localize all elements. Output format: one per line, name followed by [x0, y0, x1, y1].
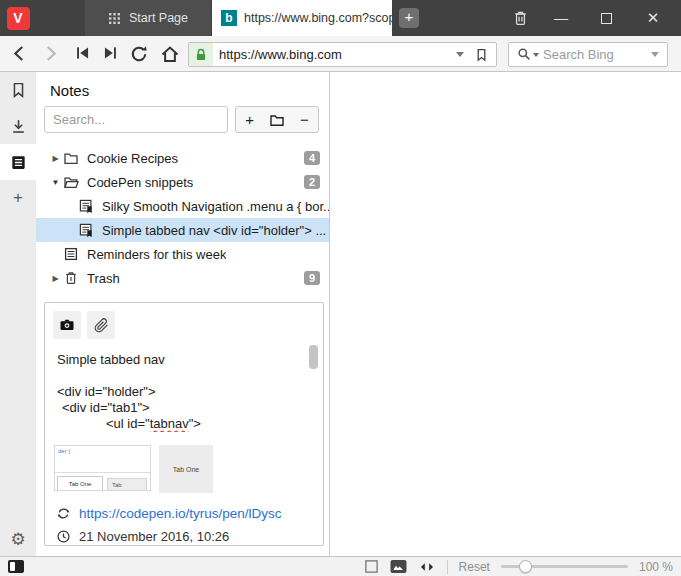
image-icon: [390, 559, 407, 574]
search-icon: [517, 47, 539, 62]
url-input[interactable]: [213, 47, 456, 62]
scrollbar-thumb[interactable]: [309, 345, 318, 369]
add-folder-button[interactable]: [265, 108, 289, 132]
chevron-down-icon[interactable]: [456, 52, 464, 57]
close-icon: ✕: [647, 9, 660, 27]
panel-switcher: + ⚙: [0, 72, 36, 556]
attachment-thumbnail[interactable]: Tab One: [159, 445, 213, 493]
camera-icon: [59, 317, 75, 333]
browser-window: V Start Page b https://www.bing.com?scop…: [0, 0, 681, 576]
zoom-slider-thumb[interactable]: [519, 560, 532, 573]
notes-panel: Notes + − ▶ Cookie Recipes 4: [36, 72, 330, 556]
attachment-thumbnails: der { Tab One Tab Tab One: [54, 445, 315, 493]
rewind-button[interactable]: [74, 44, 93, 63]
address-bar[interactable]: [188, 42, 497, 67]
search-field[interactable]: [508, 42, 668, 67]
tiling-arrows-icon: [418, 560, 436, 574]
chevron-down-icon[interactable]: [651, 52, 659, 57]
note-code-line: <div id="holder">: [57, 384, 315, 400]
disclosure-triangle-icon[interactable]: ▶: [48, 154, 63, 163]
note-date: 21 November 2016, 10:26: [79, 529, 229, 544]
bookmark-page-icon[interactable]: [474, 47, 489, 63]
attachment-thumbnail[interactable]: der { Tab One Tab: [54, 445, 151, 491]
delete-note-button[interactable]: −: [292, 108, 316, 132]
tab-start-page[interactable]: Start Page: [85, 0, 211, 36]
capture-square-icon: [364, 559, 379, 574]
zoom-reset-button[interactable]: Reset: [459, 560, 490, 574]
content-area: + ⚙ Notes + − ▶ Cookie Recipes: [0, 72, 681, 556]
count-badge: 2: [304, 175, 320, 189]
vivaldi-menu-button[interactable]: V: [0, 0, 36, 36]
zoom-slider[interactable]: [501, 565, 628, 568]
page-tiling-button[interactable]: [418, 560, 436, 574]
note-title-line: Simple tabbed nav: [57, 352, 315, 368]
notes-tree: ▶ Cookie Recipes 4 ▼ CodePen snippets 2: [36, 146, 329, 290]
bing-favicon: b: [221, 10, 237, 26]
notes-search-input[interactable]: [44, 106, 228, 133]
bookmark-icon: [10, 81, 27, 99]
fast-forward-button[interactable]: [101, 44, 120, 63]
downloads-panel-button[interactable]: [0, 108, 36, 144]
forward-button[interactable]: [41, 44, 60, 63]
capture-page-button[interactable]: [364, 559, 379, 574]
minimize-button[interactable]: —: [546, 0, 576, 36]
new-tab-button[interactable]: +: [399, 8, 419, 28]
home-button[interactable]: [160, 44, 179, 63]
search-input[interactable]: [543, 47, 647, 62]
tree-item-codepen-snippets[interactable]: ▼ CodePen snippets 2: [36, 170, 329, 194]
tab-bar: V Start Page b https://www.bing.com?scop…: [0, 0, 681, 36]
tree-item-silky-smooth[interactable]: Silky Smooth Navigation .menu a { bor...: [36, 194, 329, 218]
disclosure-triangle-icon[interactable]: ▶: [48, 274, 63, 283]
note-icon: [63, 246, 79, 262]
add-note-button[interactable]: +: [238, 108, 262, 132]
tab-label: Start Page: [129, 11, 188, 25]
vivaldi-logo-icon: V: [7, 7, 30, 30]
tree-item-simple-tabbed-nav-selected[interactable]: Simple tabbed nav <div id="holder"> ...: [36, 218, 329, 242]
note-code-line: <ul id="tabnav">: [57, 416, 315, 432]
toggle-images-button[interactable]: [390, 559, 407, 574]
minimize-icon: —: [554, 10, 568, 26]
tree-item-label: CodePen snippets: [87, 175, 193, 190]
tab-label: https://www.bing.com?scop: [244, 11, 392, 25]
note-source-link[interactable]: https://codepen.io/tyrus/pen/lDysc: [79, 506, 282, 521]
note-link-row: https://codepen.io/tyrus/pen/lDysc: [56, 506, 315, 521]
tab-bing-active[interactable]: b https://www.bing.com?scop: [212, 0, 392, 36]
sync-link-icon: [56, 506, 71, 521]
download-icon: [10, 118, 27, 135]
close-button[interactable]: ✕: [638, 0, 668, 36]
notes-panel-button[interactable]: [0, 144, 36, 180]
bookmarks-panel-button[interactable]: [0, 72, 36, 108]
folder-icon: [269, 112, 285, 128]
note-date-row: 21 November 2016, 10:26: [56, 529, 315, 544]
zoom-level: 100 %: [639, 560, 673, 574]
reload-button[interactable]: [129, 44, 148, 63]
lock-icon: [193, 47, 209, 63]
misspelled-word: tabnav: [150, 416, 189, 431]
back-button[interactable]: [10, 44, 29, 63]
closed-tabs-trash-button[interactable]: [505, 0, 535, 36]
note-attachment-toolbar: [53, 311, 315, 339]
note-attachment-icon: [78, 222, 94, 238]
tree-item-cookie-recipes[interactable]: ▶ Cookie Recipes 4: [36, 146, 329, 170]
file-attachment-button[interactable]: [87, 311, 115, 339]
panel-title: Notes: [50, 82, 89, 99]
settings-button[interactable]: ⚙: [0, 529, 36, 550]
add-web-panel-button[interactable]: +: [0, 180, 36, 216]
clock-icon: [56, 529, 71, 544]
secure-lock-badge[interactable]: [189, 43, 213, 66]
speed-dial-grid-icon: [108, 12, 121, 25]
count-badge: 9: [304, 271, 320, 285]
tree-item-label: Trash: [87, 271, 120, 286]
trash-icon: [63, 270, 79, 286]
panel-toggle-button[interactable]: [8, 560, 24, 573]
maximize-icon: [601, 13, 612, 24]
disclosure-triangle-icon[interactable]: ▼: [48, 178, 63, 187]
tree-item-trash[interactable]: ▶ Trash 9: [36, 266, 329, 290]
note-body[interactable]: Simple tabbed nav <div id="holder"> <div…: [57, 352, 315, 432]
maximize-button[interactable]: [591, 0, 621, 36]
tree-item-reminders[interactable]: Reminders for this week: [36, 242, 329, 266]
folder-open-icon: [63, 174, 79, 190]
navigation-toolbar: [0, 36, 681, 72]
screenshot-attachment-button[interactable]: [53, 311, 81, 339]
tree-item-label: Cookie Recipes: [87, 151, 178, 166]
